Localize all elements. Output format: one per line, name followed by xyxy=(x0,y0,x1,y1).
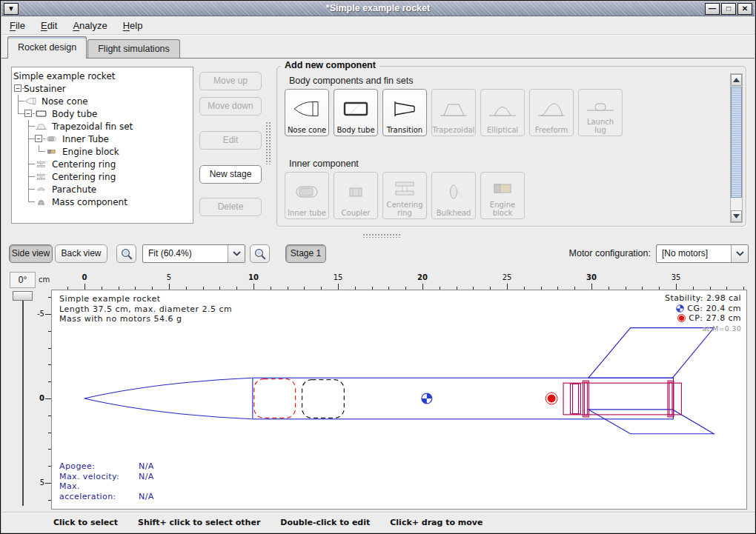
chevron-down-icon[interactable] xyxy=(731,245,748,262)
tree-item-sustainer[interactable]: −Sustainer xyxy=(13,82,191,95)
stability-info: Stability:2.98 cal CG:20.4 cm CP:27.8 cm… xyxy=(665,293,741,333)
component-button-label: Centering ring xyxy=(385,201,425,217)
new-stage-button[interactable]: New stage xyxy=(199,165,262,184)
ruler-label: 25 xyxy=(503,273,512,281)
tree-item-mass-component[interactable]: Mass component xyxy=(13,196,191,208)
tree-item-centering-ring[interactable]: Centering ring xyxy=(13,158,191,170)
cp-value: 27.8 cm xyxy=(706,313,741,324)
add-transition-button[interactable]: Transition xyxy=(382,89,427,136)
component-button-label: Launch lug xyxy=(580,119,620,134)
centering-ring-outline xyxy=(668,381,674,417)
add-centering-ring-button[interactable]: Centering ring xyxy=(382,172,427,219)
tree-item-body-tube[interactable]: −Body tube xyxy=(13,107,191,120)
add-elliptical-button[interactable]: Elliptical xyxy=(480,89,525,136)
ruler-label: 30 xyxy=(586,273,597,281)
tree-item-trapezoidal-fin-set[interactable]: Trapezoidal fin set xyxy=(13,120,191,133)
tree-collapse-icon[interactable]: − xyxy=(24,107,34,120)
tree-item-nose-cone[interactable]: Nose cone xyxy=(13,95,191,107)
trapezoid-fin-icon xyxy=(439,98,468,120)
scrollbar-thumb[interactable] xyxy=(731,87,742,198)
minimize-button[interactable]: — xyxy=(705,3,720,15)
tree-collapse-icon[interactable]: − xyxy=(34,133,44,145)
rotation-slider-handle[interactable] xyxy=(13,291,33,301)
component-button-label: Inner tube xyxy=(288,210,326,218)
tab-bar: Rocket designFlight simulations xyxy=(1,35,755,58)
tree-item-simple-example-rocket[interactable]: Simple example rocket xyxy=(13,70,191,82)
back-view-button[interactable]: Back view xyxy=(55,244,107,263)
tree-item-engine-block[interactable]: Engine block xyxy=(13,145,191,158)
add-engine-block-button[interactable]: Engine block xyxy=(480,172,525,219)
maximize-button[interactable]: □ xyxy=(721,3,736,15)
motor-configuration-value: [No motors] xyxy=(657,245,731,262)
vertical-splitter[interactable] xyxy=(265,121,272,164)
add-nose-cone-button[interactable]: Nose cone xyxy=(285,89,329,136)
add-bulkhead-button[interactable]: Bulkhead xyxy=(431,172,476,219)
component-button-label: Coupler xyxy=(342,210,371,218)
component-tree[interactable]: Simple example rocket−SustainerNose cone… xyxy=(11,67,193,224)
add-freeform-button[interactable]: Freeform xyxy=(529,89,574,136)
ruler-unit-label: cm xyxy=(39,276,50,284)
tree-item-label: Body tube xyxy=(52,109,97,119)
centering-ring-icon xyxy=(35,159,47,169)
elliptical-fin-icon xyxy=(488,98,517,120)
tree-item-inner-tube[interactable]: −Inner Tube xyxy=(13,133,191,145)
inner-tube-icon xyxy=(292,181,322,203)
move-up-button[interactable]: Move up xyxy=(199,72,262,90)
tree-item-parachute[interactable]: Parachute xyxy=(13,183,191,196)
add-component-group: Add new component Body components and fi… xyxy=(276,66,746,227)
rocket-canvas[interactable]: Simple example rocket Length 37.5 cm, ma… xyxy=(51,290,747,510)
menu-edit[interactable]: Edit xyxy=(41,20,57,31)
add-coupler-button[interactable]: Coupler xyxy=(334,172,378,219)
tab-flight-simulations[interactable]: Flight simulations xyxy=(87,39,180,58)
zoom-in-button[interactable] xyxy=(250,244,270,263)
launch-lug-icon xyxy=(586,94,615,116)
menu-file[interactable]: File xyxy=(10,20,25,31)
side-view-button[interactable]: Side view xyxy=(9,244,53,263)
scroll-up-icon[interactable] xyxy=(731,74,742,86)
vertical-ruler: -505 xyxy=(36,290,51,510)
chevron-down-icon[interactable] xyxy=(228,245,245,262)
tree-collapse-icon[interactable]: − xyxy=(13,82,24,95)
splitter-grip[interactable] xyxy=(362,233,401,238)
menu-help[interactable]: Help xyxy=(123,20,143,31)
status-hint: Double-click to edit xyxy=(280,518,370,527)
tree-item-centering-ring[interactable]: Centering ring xyxy=(13,170,191,183)
close-button[interactable]: ✕ xyxy=(737,3,752,15)
zoom-out-button[interactable] xyxy=(116,244,136,263)
rotation-slider[interactable] xyxy=(22,293,24,506)
zoom-value: Fit (60.4%) xyxy=(143,245,228,262)
status-hint: Shift+ click to select other xyxy=(138,518,260,527)
tree-item-label: Centering ring xyxy=(52,172,116,182)
cp-marker xyxy=(546,393,557,404)
rocket-mass: Mass with no motors 54.6 g xyxy=(59,314,232,324)
ruler-tick xyxy=(169,284,170,290)
tab-rocket-design[interactable]: Rocket design xyxy=(7,36,87,59)
section-label: Body components and fin sets xyxy=(289,76,413,86)
zoom-select[interactable]: Fit (60.4%) xyxy=(142,244,245,263)
motor-configuration-select[interactable]: [No motors] xyxy=(656,244,749,263)
horizontal-splitter[interactable] xyxy=(1,232,755,239)
ruler-tick xyxy=(253,284,254,290)
scroll-down-icon[interactable] xyxy=(731,210,742,222)
add-inner-tube-button[interactable]: Inner tube xyxy=(285,172,329,219)
menu-analyze[interactable]: Analyze xyxy=(73,20,107,31)
title-bar[interactable]: ▼ *Simple example rocket —□✕ xyxy=(1,1,755,16)
add-trapezoidal-button[interactable]: Trapezoidal xyxy=(431,89,476,136)
component-scrollbar[interactable] xyxy=(730,73,743,223)
nose-cone-icon xyxy=(292,98,322,120)
stage-1-toggle[interactable]: Stage 1 xyxy=(285,244,326,263)
move-down-button[interactable]: Move down xyxy=(199,97,262,116)
add-body-tube-button[interactable]: Body tube xyxy=(334,89,378,136)
ruler-tick xyxy=(338,284,339,290)
component-button-label: Bulkhead xyxy=(437,210,471,218)
ruler-tick xyxy=(84,284,85,290)
add-launch-lug-button[interactable]: Launch lug xyxy=(578,89,623,136)
parachute-outline xyxy=(254,379,296,418)
tree-item-label: Trapezoidal fin set xyxy=(52,121,133,132)
ruler-label: 0 xyxy=(82,273,87,281)
delete-button[interactable]: Delete xyxy=(199,198,262,216)
ruler-label: 35 xyxy=(672,273,681,281)
motor-configuration-label: Motor configuration: xyxy=(569,248,651,258)
inner-tube-icon xyxy=(45,134,58,144)
edit-button[interactable]: Edit xyxy=(199,131,262,150)
